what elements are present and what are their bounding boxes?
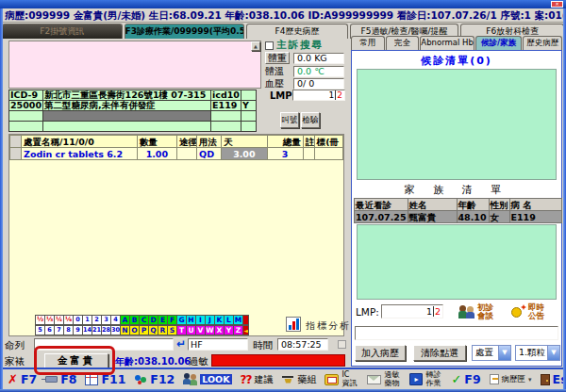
rx-total[interactable]: 3 [267,148,303,160]
command-input[interactable] [34,338,174,351]
look-button[interactable]: LOOK [183,373,231,385]
icd10-cell[interactable]: icd10 [211,90,241,101]
table-row[interactable]: 25000 第二型糖尿病,未伴有併發症 E119 Y [9,101,257,111]
table-row[interactable]: ICD-9 新北市三重區長壽街126號1樓 07-315 icd10 [9,90,257,101]
keypad-key[interactable] [242,315,249,325]
rx-qty[interactable]: 1.00 [137,148,176,160]
scroll-up-icon[interactable]: ▲ [251,41,260,51]
icd10-cell[interactable] [211,122,241,132]
rx-usage[interactable]: QD [197,148,222,160]
chart-box-button[interactable]: 病歷匣▾ [490,374,532,385]
tab-complete[interactable]: 完全 [386,36,420,50]
family-row-selected[interactable]: 107.07.25 甄富貴 48.10 女 E119 [355,211,562,223]
granule-dropdown[interactable]: 1.顆粒 ▼ [515,345,560,361]
patient-name-button[interactable]: 金富貴 [44,353,108,368]
rx-drug-name[interactable]: Zodin cr tablets 6.2 [22,148,138,160]
icd-flag-cell[interactable] [241,90,256,101]
tab-abnormal-hb[interactable]: Abnormal Hb [420,36,474,50]
instant-announcement-button[interactable]: 即時公告 [509,303,545,320]
rx-header-days[interactable]: 天 [222,136,267,148]
chart-bars-icon[interactable] [286,317,301,332]
icd-code-cell[interactable]: 25000 [9,101,43,111]
rx-header-qty[interactable]: 數量 [137,136,176,148]
treatment-dropdown[interactable]: 處置 ▼ [472,345,511,361]
blood-pressure-input[interactable]: 0/ 0 [293,78,344,90]
first-visit-chat-button[interactable]: 初診會談 [458,303,494,320]
time-checkbox[interactable] [338,340,346,349]
complaint-search-checkbox[interactable] [265,41,274,50]
icd-desc-cell[interactable]: 第二型糖尿病,未伴有併發症 [43,101,211,111]
icd10-cell[interactable]: E119 [211,101,241,111]
rx-mark[interactable] [314,148,342,160]
call-number-button[interactable]: 叫號 [280,112,299,128]
weight-label[interactable]: 體重 [265,52,290,64]
lab-test-button[interactable]: 檢驗 [301,112,320,128]
family-list-box[interactable] [357,224,557,300]
icd10-cell[interactable] [211,111,241,122]
chevron-down-icon[interactable]: ▼ [498,346,510,360]
family-disease-cell[interactable]: E119 [509,211,561,223]
prescription-area[interactable]: 處置名稱/11/0/0 數量 途徑 用法 天 總量 註 標(冊 Zodin cr… [8,134,344,336]
tab-f4-history[interactable]: F4歷史病歷 [246,24,348,39]
icd-desc-cell[interactable]: 新北市三重區長壽街126號1樓 07-315 [43,90,211,101]
rx-header-usage[interactable]: 用法 [197,136,222,148]
family-header-visit[interactable]: 最近看診 [355,199,408,211]
icd-code-cell[interactable] [9,111,43,122]
f11-button[interactable]: F11 [85,372,125,386]
family-note-input[interactable] [355,326,558,340]
family-header-disease[interactable]: 病 名 [509,199,561,211]
esc-button[interactable]: Esc [541,372,566,386]
icd-code-cell[interactable] [9,122,43,132]
enter-arrow-icon[interactable]: ↵ [176,337,186,351]
tab-f2-registration[interactable]: F2掛號資訊 [2,24,123,39]
rx-header-total[interactable]: 總量 [267,136,303,148]
rx-header-mark[interactable]: 標(冊 [314,136,342,148]
family-header-name[interactable]: 姓名 [408,199,457,211]
temperature-input[interactable]: 0.0 ℃ [293,66,344,77]
allergy-drug-button[interactable]: 過敏藥物 [367,371,401,387]
drug-group-button[interactable]: 藥組 [281,373,316,386]
tab-waiting-family[interactable]: 候診/家族 [475,36,523,50]
chief-complaint-textarea[interactable] [8,41,261,89]
suggest-button[interactable]: ??建議 [241,373,274,386]
family-sex-cell[interactable]: 女 [489,211,509,223]
prescription-row[interactable]: Zodin cr tablets 6.2 1.00 QD 3.00 3 [10,148,343,160]
time-input[interactable]: 08:57:25 [277,338,328,351]
icd-flag-cell[interactable] [241,111,256,122]
f12-button[interactable]: F12 [134,372,175,386]
icd-flag-cell[interactable] [241,122,256,132]
lmp-input[interactable]: 12 [292,90,345,101]
icd-flag-cell[interactable]: Y [241,101,256,111]
icd-desc-cell[interactable] [43,122,211,132]
indicator-analysis-label[interactable]: 指標分析 [306,319,351,333]
lmp-input-right[interactable]: 12 [381,304,443,318]
allergy-alert-field[interactable] [211,354,345,367]
close-icon[interactable]: ✕ [551,1,563,8]
rx-row-handle[interactable] [10,148,22,160]
window-titlebar[interactable]: ✕ [0,0,566,8]
f9-button[interactable]: ✓F9 [451,372,480,386]
chevron-down-icon[interactable]: ▼ [547,346,559,360]
referral-button[interactable]: ▸轉診作業 [409,371,442,387]
rx-days-selected[interactable]: 3.00 [222,148,267,160]
f8-button[interactable]: F8 [45,372,76,386]
f7-button[interactable]: ✗F7 [8,372,37,386]
ic-info-button[interactable]: IC資訊 [325,371,358,387]
tab-history[interactable]: 歷史病歷 [523,36,562,50]
icd-desc-cell-selected[interactable] [43,111,211,122]
family-name-cell[interactable]: 甄富貴 [408,211,457,223]
rx-header-note[interactable]: 註 [303,136,314,148]
tab-common[interactable]: 常用 [351,36,385,50]
rx-header-route[interactable]: 途徑 [176,136,196,148]
add-to-chart-button[interactable]: 加入病歷 [355,345,406,361]
rx-route[interactable] [176,148,196,160]
waiting-list-box[interactable] [357,69,557,180]
weight-input[interactable]: 0.0 KG [293,53,344,64]
rx-note[interactable] [303,148,314,160]
clear-selection-button[interactable]: 清除點選 [413,345,466,361]
tab-f3-treatment[interactable]: F3診療作業/099999(平均0.50項) [125,24,245,39]
icd-code-cell[interactable]: ICD-9 [9,90,43,101]
keypad-key[interactable]: ◄ [242,325,249,335]
complaint-search-option[interactable]: 主訴搜尋 [265,40,324,51]
family-visit-cell[interactable]: 107.07.25 [355,211,408,223]
